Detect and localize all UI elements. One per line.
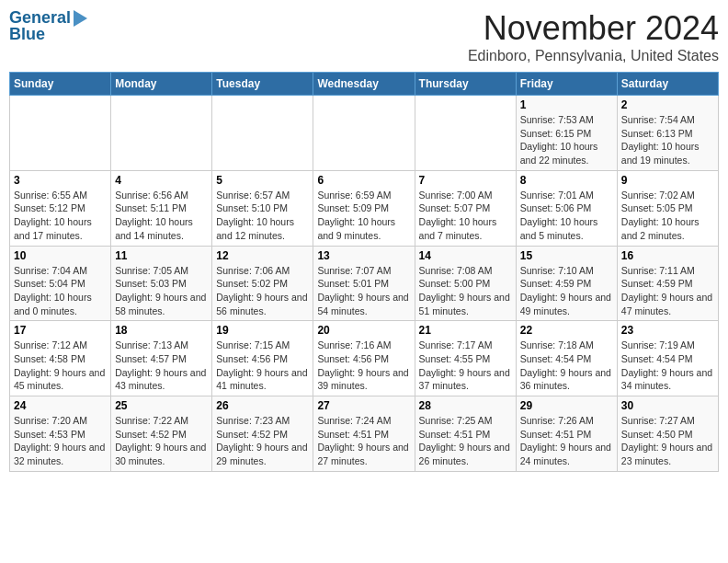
day-number: 20 <box>317 324 410 337</box>
header-thursday: Thursday <box>415 73 516 96</box>
header-monday: Monday <box>111 73 212 96</box>
calendar-cell <box>415 96 516 171</box>
calendar-header-row: SundayMondayTuesdayWednesdayThursdayFrid… <box>10 73 719 96</box>
week-row-3: 10Sunrise: 7:04 AMSunset: 5:04 PMDayligh… <box>10 246 719 321</box>
calendar-cell: 9Sunrise: 7:02 AMSunset: 5:05 PMDaylight… <box>617 170 718 246</box>
calendar-cell: 19Sunrise: 7:15 AMSunset: 4:56 PMDayligh… <box>212 321 313 396</box>
day-number: 30 <box>621 399 714 412</box>
day-number: 19 <box>216 324 309 337</box>
day-info: Sunrise: 7:18 AMSunset: 4:54 PMDaylight:… <box>520 339 613 393</box>
day-info: Sunrise: 6:56 AMSunset: 5:11 PMDaylight:… <box>115 189 208 243</box>
logo-line1: General <box>9 8 71 27</box>
day-number: 21 <box>419 324 512 337</box>
header-saturday: Saturday <box>617 73 718 96</box>
day-number: 27 <box>317 399 410 412</box>
page-header: General Blue November 2024 Edinboro, Pen… <box>9 9 719 64</box>
header-tuesday: Tuesday <box>212 73 313 96</box>
day-info: Sunrise: 7:26 AMSunset: 4:51 PMDaylight:… <box>520 414 613 468</box>
day-number: 10 <box>14 249 107 262</box>
calendar-cell: 28Sunrise: 7:25 AMSunset: 4:51 PMDayligh… <box>415 396 516 472</box>
header-wednesday: Wednesday <box>313 73 415 96</box>
day-info: Sunrise: 7:06 AMSunset: 5:02 PMDaylight:… <box>216 264 309 318</box>
day-number: 25 <box>115 399 208 412</box>
calendar-cell: 6Sunrise: 6:59 AMSunset: 5:09 PMDaylight… <box>313 170 415 246</box>
day-number: 9 <box>621 174 714 187</box>
calendar-cell: 29Sunrise: 7:26 AMSunset: 4:51 PMDayligh… <box>516 396 617 472</box>
calendar-cell: 3Sunrise: 6:55 AMSunset: 5:12 PMDaylight… <box>10 170 111 246</box>
day-number: 29 <box>520 399 613 412</box>
day-info: Sunrise: 7:08 AMSunset: 5:00 PMDaylight:… <box>419 264 512 318</box>
week-row-1: 1Sunrise: 7:53 AMSunset: 6:15 PMDaylight… <box>10 96 719 171</box>
day-number: 2 <box>621 98 714 111</box>
day-info: Sunrise: 6:59 AMSunset: 5:09 PMDaylight:… <box>317 189 410 243</box>
calendar-cell: 30Sunrise: 7:27 AMSunset: 4:50 PMDayligh… <box>617 396 718 472</box>
day-info: Sunrise: 7:20 AMSunset: 4:53 PMDaylight:… <box>14 414 107 468</box>
calendar-cell: 10Sunrise: 7:04 AMSunset: 5:04 PMDayligh… <box>10 246 111 321</box>
calendar-cell: 26Sunrise: 7:23 AMSunset: 4:52 PMDayligh… <box>212 396 313 472</box>
calendar-cell: 23Sunrise: 7:19 AMSunset: 4:54 PMDayligh… <box>617 321 718 396</box>
calendar-cell <box>111 96 212 171</box>
day-info: Sunrise: 7:12 AMSunset: 4:58 PMDaylight:… <box>14 339 107 393</box>
calendar-cell <box>313 96 415 171</box>
day-number: 24 <box>14 399 107 412</box>
day-info: Sunrise: 7:53 AMSunset: 6:15 PMDaylight:… <box>520 113 613 167</box>
day-number: 16 <box>621 249 714 262</box>
day-info: Sunrise: 7:01 AMSunset: 5:06 PMDaylight:… <box>520 189 613 243</box>
calendar-cell: 11Sunrise: 7:05 AMSunset: 5:03 PMDayligh… <box>111 246 212 321</box>
day-number: 7 <box>419 174 512 187</box>
header-sunday: Sunday <box>10 73 111 96</box>
page-title: November 2024 <box>468 9 719 48</box>
week-row-5: 24Sunrise: 7:20 AMSunset: 4:53 PMDayligh… <box>10 396 719 472</box>
day-info: Sunrise: 7:16 AMSunset: 4:56 PMDaylight:… <box>317 339 410 393</box>
calendar-cell: 27Sunrise: 7:24 AMSunset: 4:51 PMDayligh… <box>313 396 415 472</box>
day-number: 4 <box>115 174 208 187</box>
calendar-cell <box>10 96 111 171</box>
header-friday: Friday <box>516 73 617 96</box>
day-info: Sunrise: 7:54 AMSunset: 6:13 PMDaylight:… <box>621 113 714 167</box>
calendar-cell: 20Sunrise: 7:16 AMSunset: 4:56 PMDayligh… <box>313 321 415 396</box>
day-info: Sunrise: 7:17 AMSunset: 4:55 PMDaylight:… <box>419 339 512 393</box>
calendar-cell: 1Sunrise: 7:53 AMSunset: 6:15 PMDaylight… <box>516 96 617 171</box>
day-number: 23 <box>621 324 714 337</box>
day-number: 26 <box>216 399 309 412</box>
calendar-table: SundayMondayTuesdayWednesdayThursdayFrid… <box>9 72 719 472</box>
calendar-cell: 13Sunrise: 7:07 AMSunset: 5:01 PMDayligh… <box>313 246 415 321</box>
day-info: Sunrise: 7:00 AMSunset: 5:07 PMDaylight:… <box>419 189 512 243</box>
calendar-cell: 17Sunrise: 7:12 AMSunset: 4:58 PMDayligh… <box>10 321 111 396</box>
day-number: 14 <box>419 249 512 262</box>
calendar-cell: 5Sunrise: 6:57 AMSunset: 5:10 PMDaylight… <box>212 170 313 246</box>
calendar-cell <box>212 96 313 171</box>
page-subtitle: Edinboro, Pennsylvania, United States <box>468 48 719 64</box>
day-info: Sunrise: 7:27 AMSunset: 4:50 PMDaylight:… <box>621 414 714 468</box>
calendar-cell: 16Sunrise: 7:11 AMSunset: 4:59 PMDayligh… <box>617 246 718 321</box>
day-number: 3 <box>14 174 107 187</box>
day-info: Sunrise: 7:13 AMSunset: 4:57 PMDaylight:… <box>115 339 208 393</box>
day-info: Sunrise: 7:10 AMSunset: 4:59 PMDaylight:… <box>520 264 613 318</box>
calendar-cell: 12Sunrise: 7:06 AMSunset: 5:02 PMDayligh… <box>212 246 313 321</box>
day-info: Sunrise: 7:25 AMSunset: 4:51 PMDaylight:… <box>419 414 512 468</box>
day-number: 12 <box>216 249 309 262</box>
calendar-cell: 22Sunrise: 7:18 AMSunset: 4:54 PMDayligh… <box>516 321 617 396</box>
day-number: 18 <box>115 324 208 337</box>
day-info: Sunrise: 7:05 AMSunset: 5:03 PMDaylight:… <box>115 264 208 318</box>
logo: General Blue <box>9 9 87 44</box>
day-info: Sunrise: 7:22 AMSunset: 4:52 PMDaylight:… <box>115 414 208 468</box>
calendar-cell: 4Sunrise: 6:56 AMSunset: 5:11 PMDaylight… <box>111 170 212 246</box>
day-number: 28 <box>419 399 512 412</box>
week-row-4: 17Sunrise: 7:12 AMSunset: 4:58 PMDayligh… <box>10 321 719 396</box>
day-number: 17 <box>14 324 107 337</box>
calendar-cell: 14Sunrise: 7:08 AMSunset: 5:00 PMDayligh… <box>415 246 516 321</box>
day-number: 5 <box>216 174 309 187</box>
day-info: Sunrise: 7:02 AMSunset: 5:05 PMDaylight:… <box>621 189 714 243</box>
day-number: 11 <box>115 249 208 262</box>
day-number: 13 <box>317 249 410 262</box>
logo-line2: Blue <box>9 26 45 44</box>
calendar-cell: 2Sunrise: 7:54 AMSunset: 6:13 PMDaylight… <box>617 96 718 171</box>
day-info: Sunrise: 7:15 AMSunset: 4:56 PMDaylight:… <box>216 339 309 393</box>
day-info: Sunrise: 7:24 AMSunset: 4:51 PMDaylight:… <box>317 414 410 468</box>
calendar-cell: 21Sunrise: 7:17 AMSunset: 4:55 PMDayligh… <box>415 321 516 396</box>
day-info: Sunrise: 7:11 AMSunset: 4:59 PMDaylight:… <box>621 264 714 318</box>
day-info: Sunrise: 7:23 AMSunset: 4:52 PMDaylight:… <box>216 414 309 468</box>
day-number: 8 <box>520 174 613 187</box>
calendar-cell: 18Sunrise: 7:13 AMSunset: 4:57 PMDayligh… <box>111 321 212 396</box>
